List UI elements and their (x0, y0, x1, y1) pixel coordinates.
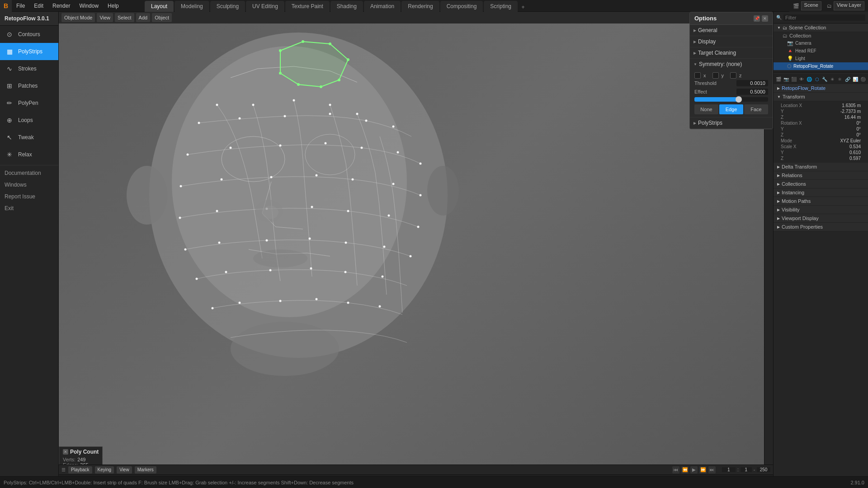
tool-tweak[interactable]: ↖ Tweak (0, 129, 58, 146)
rot-z-val[interactable]: 0° (856, 132, 861, 137)
tool-polystrips[interactable]: ▦ PolyStrips (0, 43, 58, 60)
markers-btn[interactable]: Markers (135, 466, 156, 474)
props-icon-material[interactable]: ⚫ (859, 75, 866, 83)
poly-count-close[interactable]: ✕ (63, 449, 68, 455)
rot-x-val[interactable]: 0° (856, 121, 861, 126)
props-icon-render[interactable]: 📷 (783, 75, 790, 83)
menu-item-file[interactable]: File (12, 0, 29, 11)
tab-shading[interactable]: Shading (330, 1, 363, 12)
props-icon-modifier[interactable]: 🔧 (821, 75, 828, 83)
tab-rendering[interactable]: Rendering (401, 1, 439, 12)
tool-strokes[interactable]: ∿ Strokes (0, 60, 58, 77)
menu-item-render[interactable]: Render (48, 0, 75, 11)
tool-relax[interactable]: ✳ Relax (0, 146, 58, 163)
current-frame-input[interactable] (722, 467, 736, 472)
viewport-display-header[interactable]: ▶ Viewport Display (774, 214, 868, 223)
collection-item[interactable]: 🗂 Collection (774, 32, 868, 39)
link-documentation[interactable]: Documentation (0, 167, 58, 179)
tab-texture-paint[interactable]: Texture Paint (285, 1, 330, 12)
effect-slider-handle[interactable] (736, 96, 742, 103)
visibility-header[interactable]: ▶ Visibility (774, 206, 868, 214)
head-ref-item[interactable]: 🔺 Head REF (774, 47, 868, 55)
add-workspace-tab[interactable]: + (519, 3, 528, 12)
props-icon-particles[interactable]: ✳ (829, 75, 835, 83)
menu-item-window[interactable]: Window (75, 0, 103, 11)
link-exit[interactable]: Exit (0, 202, 58, 214)
symmetry-y-checkbox[interactable] (712, 72, 719, 79)
loc-y-val[interactable]: -2.7373 m (840, 109, 861, 114)
scale-x-val[interactable]: 0.534 (849, 144, 861, 149)
symmetry-section-header[interactable]: ▼ Symmetry: (none) (690, 59, 773, 70)
options-close-btn[interactable]: ✕ (762, 15, 768, 22)
rot-y-val[interactable]: 0° (856, 127, 861, 131)
none-button[interactable]: None (694, 104, 718, 114)
custom-properties-header[interactable]: ▶ Custom Properties (774, 223, 868, 231)
tab-uv-editing[interactable]: UV Editing (246, 1, 284, 12)
end-frame-input[interactable] (757, 467, 770, 472)
jump-start-btn[interactable]: ⏮ (672, 466, 679, 474)
viewport-object-mode[interactable]: Object Mode (61, 13, 95, 22)
delta-transform-header[interactable]: ▶ Delta Transform (774, 163, 868, 171)
collections-header[interactable]: ▶ Collections (774, 180, 868, 188)
viewport-select[interactable]: Select (115, 13, 134, 22)
retopoflow-item[interactable]: ⬡ RetopoFlow_Rotate (774, 62, 868, 70)
tool-contours[interactable]: ⊙ Contours (0, 26, 58, 43)
rot-mode-val[interactable]: XYZ Euler (840, 138, 861, 143)
transform-header[interactable]: ▼ Transform (774, 93, 868, 101)
play-btn[interactable]: ▶ (690, 466, 698, 474)
viewport-view[interactable]: View (97, 13, 113, 22)
scale-y-val[interactable]: 0.610 (849, 150, 861, 155)
tab-sculpting[interactable]: Sculpting (210, 1, 245, 12)
tab-modeling[interactable]: Modeling (175, 1, 209, 12)
jump-next-btn[interactable]: ⏩ (699, 466, 707, 474)
playback-btn[interactable]: Playback (68, 466, 92, 474)
camera-item[interactable]: 📷 Camera (774, 39, 868, 47)
effect-slider[interactable] (694, 97, 768, 102)
main-viewport[interactable]: Object Mode View Select Add Object (59, 12, 773, 465)
loc-z-val[interactable]: 16.44 m (844, 115, 861, 120)
start-frame-input[interactable] (741, 467, 752, 472)
face-button[interactable]: Face (744, 104, 768, 114)
threshold-value[interactable]: 0.0010 (736, 80, 768, 86)
props-icon-data[interactable]: 📊 (852, 75, 859, 83)
rp-search-input[interactable] (783, 14, 865, 21)
link-report-issue[interactable]: Report Issue (0, 191, 58, 202)
tab-scripting[interactable]: Scripting (484, 1, 518, 12)
relations-header[interactable]: ▶ Relations (774, 171, 868, 180)
props-icon-object[interactable]: ⬡ (814, 75, 821, 83)
scene-selector[interactable]: Scene (801, 1, 821, 10)
props-icon-world[interactable]: 🌐 (806, 75, 813, 83)
general-section-header[interactable]: ▶ General (690, 25, 773, 36)
jump-prev-btn[interactable]: ⏪ (681, 466, 689, 474)
view-btn[interactable]: View (117, 466, 132, 474)
symmetry-x-checkbox[interactable] (694, 72, 701, 79)
link-windows[interactable]: Windows (0, 179, 58, 191)
symmetry-z-checkbox[interactable] (730, 72, 736, 79)
tool-loops[interactable]: ⊕ Loops (0, 112, 58, 129)
scale-z-val[interactable]: 0.597 (849, 156, 861, 161)
retopoflow-props-header[interactable]: ▶ RetopoFlow_Rotate (774, 84, 868, 93)
instancing-header[interactable]: ▶ Instancing (774, 188, 868, 197)
tab-animation[interactable]: Animation (364, 1, 401, 12)
tab-layout[interactable]: Layout (145, 1, 174, 12)
props-icon-constraints[interactable]: 🔗 (844, 75, 851, 83)
viewport-canvas[interactable]: X Y Z (59, 23, 773, 465)
keying-btn[interactable]: Keying (95, 466, 114, 474)
timeline-menu-icon[interactable]: ☰ (61, 467, 66, 472)
viewport-object[interactable]: Object (152, 13, 172, 22)
jump-end-btn[interactable]: ⏭ (708, 466, 716, 474)
target-cleaning-header[interactable]: ▶ Target Cleaning (690, 47, 773, 58)
menu-item-help[interactable]: Help (103, 0, 123, 11)
scene-collection-header[interactable]: ▼ 🗂 Scene Collection (774, 23, 868, 32)
light-item[interactable]: 💡 Light (774, 55, 868, 62)
props-icon-scene[interactable]: 🎬 (775, 75, 782, 83)
menu-item-edit[interactable]: Edit (29, 0, 48, 11)
loc-x-val[interactable]: 1.6305 m (842, 103, 861, 108)
display-section-header[interactable]: ▶ Display (690, 36, 773, 47)
props-icon-view[interactable]: 👁 (798, 75, 805, 83)
edge-button[interactable]: Edge (719, 104, 743, 114)
viewport-add[interactable]: Add (136, 13, 151, 22)
tool-patches[interactable]: ⊞ Patches (0, 77, 58, 94)
props-icon-physics[interactable]: ⚛ (836, 75, 843, 83)
view-layer-selector[interactable]: View Layer (834, 1, 864, 10)
